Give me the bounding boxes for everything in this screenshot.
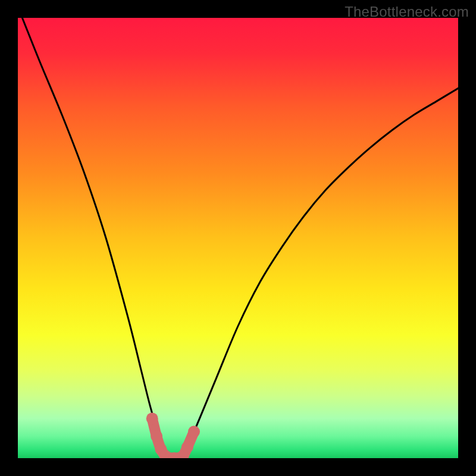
sweet-spot-dots: [146, 412, 200, 458]
sweet-spot-dot: [181, 441, 193, 453]
sweet-spot-dot: [146, 412, 158, 424]
chart-frame: TheBottleneck.com: [0, 0, 476, 476]
plot-area: [18, 18, 458, 458]
sweet-spot-dot: [151, 430, 162, 442]
curve-layer: [18, 18, 458, 458]
bottleneck-curve: [22, 18, 458, 458]
sweet-spot-dot: [188, 426, 200, 438]
